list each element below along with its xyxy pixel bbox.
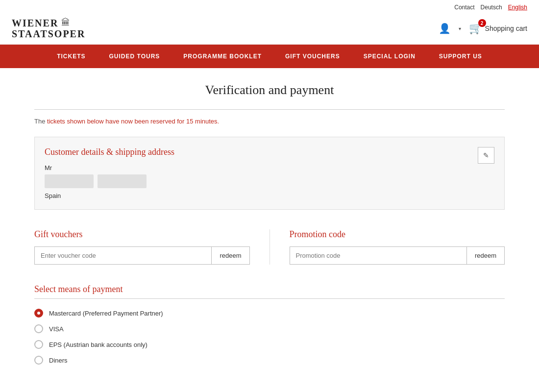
nav-special-login[interactable]: SPECIAL LOGIN	[362, 46, 417, 67]
promo-input[interactable]	[290, 247, 466, 264]
logo: WIENER 🏛 STAATSOPER	[12, 18, 85, 39]
payment-label-diners: Diners	[49, 357, 68, 364]
cart-badge: 2	[478, 19, 486, 27]
contact-link[interactable]: Contact	[454, 4, 474, 11]
english-link[interactable]: English	[508, 4, 527, 11]
gift-vouchers-title: Gift vouchers	[34, 229, 250, 240]
promotion-code-section: Promotion code redeem	[270, 229, 505, 265]
deutsch-link[interactable]: Deutsch	[481, 4, 502, 11]
reservation-highlight: tickets shown below have now been reserv…	[47, 118, 219, 125]
customer-salutation: Mr	[45, 164, 494, 172]
dropdown-arrow-icon[interactable]: ▾	[459, 26, 461, 31]
payment-option-diners[interactable]: Diners	[34, 356, 505, 365]
payment-option-visa[interactable]: VISA	[34, 324, 505, 333]
radio-mastercard[interactable]	[34, 309, 43, 318]
customer-name-row	[45, 174, 494, 188]
cart-area[interactable]: 🛒 2 Shopping cart	[469, 22, 527, 35]
payment-option-mastercard[interactable]: Mastercard (Preferred Payment Partner)	[34, 309, 505, 318]
payment-option-eps[interactable]: EPS (Austrian bank accounts only)	[34, 340, 505, 349]
payment-label-eps: EPS (Austrian bank accounts only)	[49, 341, 147, 348]
radio-eps[interactable]	[34, 340, 43, 349]
payment-label-visa: VISA	[49, 325, 64, 333]
payment-section-title: Select means of payment	[34, 284, 505, 294]
promotion-title: Promotion code	[290, 229, 505, 240]
payment-section: Select means of payment Mastercard (Pref…	[34, 284, 505, 365]
voucher-promo-section: Gift vouchers redeem Promotion code rede…	[34, 229, 505, 265]
logo-line1: WIENER	[12, 18, 58, 28]
customer-country: Spain	[45, 192, 494, 199]
customer-section-title: Customer details & shipping address	[45, 147, 494, 157]
payment-label-mastercard: Mastercard (Preferred Payment Partner)	[49, 310, 163, 317]
page-content: Verification and payment The tickets sho…	[24, 68, 514, 392]
customer-firstname-block	[45, 174, 94, 188]
edit-customer-button[interactable]: ✎	[478, 147, 494, 164]
nav-programme-booklet[interactable]: PROGRAMME BOOKLET	[181, 46, 264, 67]
nav-tickets[interactable]: TICKETS	[55, 46, 87, 67]
voucher-input-group: redeem	[34, 246, 250, 265]
customer-details-box: Customer details & shipping address Mr S…	[34, 137, 505, 210]
gift-voucher-section: Gift vouchers redeem	[34, 229, 270, 265]
nav-support-us[interactable]: SUPPORT US	[437, 46, 484, 67]
top-bar: Contact Deutsch English	[0, 0, 539, 13]
page-title: Verification and payment	[34, 83, 505, 98]
voucher-input[interactable]	[35, 247, 211, 264]
nav-bar: TICKETS GUIDED TOURS PROGRAMME BOOKLET G…	[0, 45, 539, 68]
cart-label: Shopping cart	[485, 24, 527, 32]
voucher-redeem-button[interactable]: redeem	[211, 247, 249, 264]
payment-divider	[34, 298, 505, 299]
main-header: WIENER 🏛 STAATSOPER 👤 ▾ 🛒 2 Shopping car…	[0, 13, 539, 45]
nav-gift-vouchers[interactable]: GIFT VOUCHERS	[283, 46, 342, 67]
promo-redeem-button[interactable]: redeem	[466, 247, 504, 264]
radio-diners[interactable]	[34, 356, 43, 365]
logo-building-icon: 🏛	[61, 18, 70, 28]
customer-lastname-block	[98, 174, 147, 188]
promo-input-group: redeem	[290, 246, 505, 265]
radio-visa[interactable]	[34, 324, 43, 333]
logo-line2: STAATSOPER	[12, 28, 85, 39]
nav-guided-tours[interactable]: GUIDED TOURS	[107, 46, 162, 67]
cart-icon-wrap: 🛒 2	[469, 22, 482, 35]
user-icon[interactable]: 👤	[439, 23, 451, 34]
header-right: 👤 ▾ 🛒 2 Shopping cart	[439, 22, 527, 35]
reservation-notice: The tickets shown below have now been re…	[34, 109, 505, 125]
